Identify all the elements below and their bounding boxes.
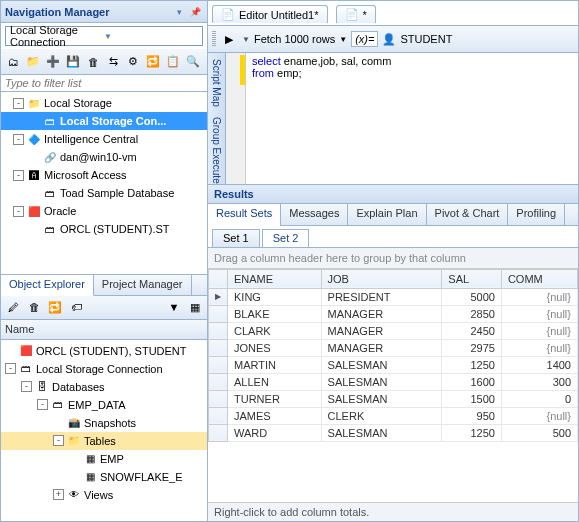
cell[interactable]: JONES bbox=[228, 339, 322, 356]
tool-10[interactable]: 🔍 bbox=[184, 53, 202, 71]
table-row[interactable]: TURNERSALESMAN15000 bbox=[209, 390, 578, 407]
run-button[interactable]: ▶ bbox=[220, 30, 238, 48]
view-icon[interactable]: ▦ bbox=[186, 298, 204, 316]
object-tree[interactable]: 🟥ORCL (STUDENT), STUDENT-🗃Local Storage … bbox=[1, 340, 207, 522]
fx-button[interactable]: (x)= bbox=[351, 31, 378, 47]
result-tab[interactable]: Pivot & Chart bbox=[427, 204, 509, 225]
tree-node[interactable]: 🔗dan@win10-vm bbox=[1, 148, 207, 166]
result-tab[interactable]: Explain Plan bbox=[348, 204, 426, 225]
connection-dropdown[interactable]: Local Storage Connection ▼ bbox=[5, 26, 203, 46]
table-row[interactable]: MARTINSALESMAN12501400 bbox=[209, 356, 578, 373]
tool-7[interactable]: ⚙ bbox=[124, 53, 142, 71]
tree-node[interactable]: ▦SNOWFLAKE_E bbox=[1, 468, 207, 486]
group-execute-tab[interactable]: Group Execute bbox=[211, 117, 222, 184]
table-row[interactable]: CLARKMANAGER2450{null} bbox=[209, 322, 578, 339]
table-row[interactable]: ▶KINGPRESIDENT5000{null} bbox=[209, 288, 578, 305]
tool-6[interactable]: ⇆ bbox=[104, 53, 122, 71]
fetch-control[interactable]: Fetch 1000 rows ▼ bbox=[254, 33, 347, 45]
table-row[interactable]: ALLENSALESMAN1600300 bbox=[209, 373, 578, 390]
cell[interactable]: PRESIDENT bbox=[321, 288, 442, 305]
expand-icon[interactable]: - bbox=[13, 134, 24, 145]
code-editor[interactable]: select ename,job, sal, comm from emp; bbox=[246, 53, 397, 184]
cell[interactable]: SALESMAN bbox=[321, 424, 442, 441]
filter-input[interactable] bbox=[1, 75, 207, 92]
cell[interactable]: 1250 bbox=[442, 424, 502, 441]
cell[interactable]: SALESMAN bbox=[321, 356, 442, 373]
tool-5[interactable]: 🗑 bbox=[84, 53, 102, 71]
tool-1[interactable]: 🗂 bbox=[4, 53, 22, 71]
nav-tree[interactable]: -📁Local Storage🗃Local Storage Con...-🔷In… bbox=[1, 92, 207, 274]
cell[interactable]: WARD bbox=[228, 424, 322, 441]
tool-3[interactable]: ➕ bbox=[44, 53, 62, 71]
tree-node[interactable]: -🗃EMP_DATA bbox=[1, 396, 207, 414]
expand-icon[interactable]: - bbox=[13, 206, 24, 217]
run-dropdown-icon[interactable]: ▼ bbox=[242, 35, 250, 44]
tree-node[interactable]: -🗄Databases bbox=[1, 378, 207, 396]
cell[interactable]: CLERK bbox=[321, 407, 442, 424]
expand-icon[interactable]: - bbox=[5, 363, 16, 374]
table-row[interactable]: JONESMANAGER2975{null} bbox=[209, 339, 578, 356]
obj-tool-2[interactable]: 🗑 bbox=[25, 298, 43, 316]
tree-node[interactable]: 🗃ORCL (STUDENT).ST bbox=[1, 220, 207, 238]
cell[interactable]: {null} bbox=[501, 305, 577, 322]
table-row[interactable]: BLAKEMANAGER2850{null} bbox=[209, 305, 578, 322]
table-row[interactable]: WARDSALESMAN1250500 bbox=[209, 424, 578, 441]
cell[interactable]: 2975 bbox=[442, 339, 502, 356]
cell[interactable]: ALLEN bbox=[228, 373, 322, 390]
results-grid[interactable]: ENAMEJOBSALCOMM▶KINGPRESIDENT5000{null}B… bbox=[208, 269, 578, 502]
user-indicator[interactable]: 👤 STUDENT bbox=[382, 33, 452, 46]
tool-9[interactable]: 📋 bbox=[164, 53, 182, 71]
expand-icon[interactable]: - bbox=[21, 381, 32, 392]
script-map-tab[interactable]: Script Map bbox=[211, 59, 222, 107]
cell[interactable]: CLARK bbox=[228, 322, 322, 339]
column-header[interactable]: JOB bbox=[321, 269, 442, 288]
tab-object-explorer[interactable]: Object Explorer bbox=[1, 275, 94, 296]
table-row[interactable]: JAMESCLERK950{null} bbox=[209, 407, 578, 424]
cell[interactable]: MANAGER bbox=[321, 322, 442, 339]
cell[interactable]: MARTIN bbox=[228, 356, 322, 373]
cell[interactable]: 1250 bbox=[442, 356, 502, 373]
editor-tab-new[interactable]: 📄 * bbox=[336, 5, 376, 23]
tool-2[interactable]: 📁 bbox=[24, 53, 42, 71]
cell[interactable]: 300 bbox=[501, 373, 577, 390]
tree-node[interactable]: 🟥ORCL (STUDENT), STUDENT bbox=[1, 342, 207, 360]
cell[interactable]: 1500 bbox=[442, 390, 502, 407]
column-header[interactable]: COMM bbox=[501, 269, 577, 288]
cell[interactable]: TURNER bbox=[228, 390, 322, 407]
cell[interactable]: MANAGER bbox=[321, 305, 442, 322]
tree-node[interactable]: -📁Local Storage bbox=[1, 94, 207, 112]
cell[interactable]: 950 bbox=[442, 407, 502, 424]
tree-node[interactable]: 📸Snapshots bbox=[1, 414, 207, 432]
tool-8[interactable]: 🔁 bbox=[144, 53, 162, 71]
tree-node[interactable]: 🗃Local Storage Con... bbox=[1, 112, 207, 130]
name-column-header[interactable]: Name bbox=[1, 320, 207, 340]
expand-icon[interactable]: - bbox=[53, 435, 64, 446]
expand-icon[interactable]: + bbox=[53, 489, 64, 500]
cell[interactable]: 5000 bbox=[442, 288, 502, 305]
cell[interactable]: {null} bbox=[501, 407, 577, 424]
tree-node[interactable]: -🔷Intelligence Central bbox=[1, 130, 207, 148]
cell[interactable]: 2850 bbox=[442, 305, 502, 322]
cell[interactable]: SALESMAN bbox=[321, 373, 442, 390]
tree-node[interactable]: +👁Views bbox=[1, 486, 207, 504]
cell[interactable]: JAMES bbox=[228, 407, 322, 424]
cell[interactable]: 500 bbox=[501, 424, 577, 441]
tree-node[interactable]: -📁Tables bbox=[1, 432, 207, 450]
tree-node[interactable]: -🟥Oracle bbox=[1, 202, 207, 220]
cell[interactable]: {null} bbox=[501, 288, 577, 305]
editor-tab-1[interactable]: 📄 Editor Untitled1* bbox=[212, 5, 328, 23]
obj-tool-3[interactable]: 🔁 bbox=[46, 298, 64, 316]
tree-node[interactable]: -🅰Microsoft Access bbox=[1, 166, 207, 184]
tab-project-manager[interactable]: Project Manager bbox=[94, 275, 192, 295]
dropdown-icon[interactable]: ▾ bbox=[171, 4, 187, 20]
set-tab[interactable]: Set 1 bbox=[212, 229, 260, 247]
result-tab[interactable]: Result Sets bbox=[208, 204, 281, 226]
obj-tool-1[interactable]: 🖉 bbox=[4, 298, 22, 316]
cell[interactable]: {null} bbox=[501, 339, 577, 356]
set-tab[interactable]: Set 2 bbox=[262, 229, 310, 247]
expand-icon[interactable]: - bbox=[13, 170, 24, 181]
cell[interactable]: 1600 bbox=[442, 373, 502, 390]
cell[interactable]: SALESMAN bbox=[321, 390, 442, 407]
cell[interactable]: MANAGER bbox=[321, 339, 442, 356]
obj-tool-4[interactable]: 🏷 bbox=[67, 298, 85, 316]
